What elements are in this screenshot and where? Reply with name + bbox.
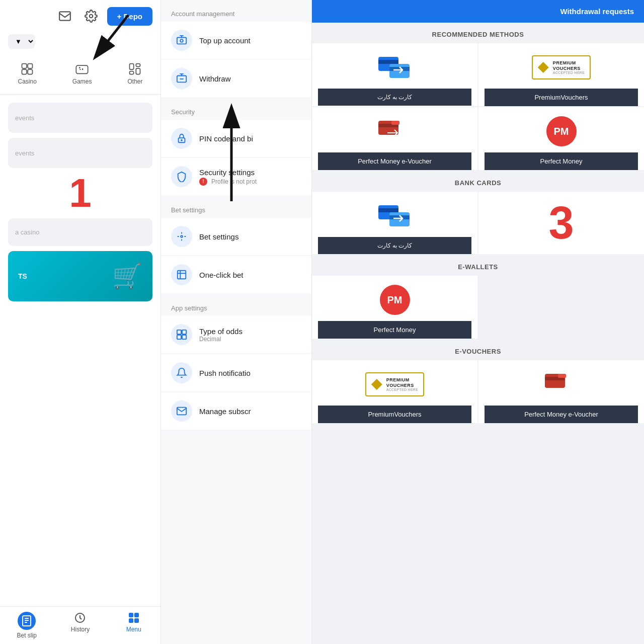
- manage-subscr-icon: [171, 400, 192, 422]
- profile-warning: Profile is not prot: [211, 178, 257, 185]
- history-nav[interactable]: History: [53, 607, 107, 644]
- withdraw-icon: [171, 68, 192, 89]
- perfect-money-ewallet-icon: PM: [380, 285, 410, 315]
- svg-point-7: [79, 67, 80, 68]
- pin-code-item[interactable]: PIN code and bi: [161, 120, 311, 157]
- svg-rect-14: [129, 613, 133, 617]
- bottom-nav: Bet slip History Menu: [0, 606, 160, 644]
- number-1-label: 1: [8, 173, 152, 213]
- svg-point-19: [180, 39, 183, 42]
- middle-panel: Account management Top up account Withdr…: [161, 0, 312, 644]
- language-select[interactable]: ▼: [8, 34, 35, 49]
- other-nav[interactable]: Other: [119, 58, 150, 89]
- gear-icon[interactable]: [81, 6, 101, 26]
- security-section-title: Security: [161, 98, 311, 120]
- event-placeholder-2: events: [8, 138, 152, 168]
- withdraw-item[interactable]: Withdraw: [161, 60, 311, 97]
- type-of-odds-item[interactable]: Type of odds Decimal: [161, 316, 311, 353]
- card-to-card-1[interactable]: کارت به کارت: [312, 43, 477, 106]
- casino-placeholder: a casino: [8, 218, 152, 246]
- bet-settings-icon: [171, 226, 192, 247]
- svg-point-23: [181, 235, 183, 237]
- svg-rect-27: [182, 335, 186, 339]
- manage-subscriptions-item[interactable]: Manage subscr: [161, 392, 311, 430]
- deposit-button[interactable]: + Depo: [107, 7, 152, 26]
- manage-subscr-label: Manage subscr: [199, 407, 251, 416]
- warning-icon: !: [199, 178, 207, 186]
- premium-vouchers-evoucher-icon: PREMIUM VOUCHERS ACCEPTED HERE: [365, 369, 424, 399]
- casino-nav[interactable]: Casino: [10, 58, 44, 89]
- recommended-grid: کارت به کارت PREMIUM VOUCHERS ACCEPTED H…: [312, 43, 644, 170]
- number-3-area: 3: [478, 192, 644, 254]
- evouchers-title: E-VOUCHERS: [312, 340, 644, 360]
- top-up-icon: [171, 30, 192, 51]
- cart-icon: 🛒: [112, 262, 142, 290]
- evoucher-red-icon: [544, 369, 579, 399]
- premium-vouchers-evoucher[interactable]: PREMIUM VOUCHERS ACCEPTED HERE PremiumVo…: [312, 360, 477, 423]
- one-click-bet-item[interactable]: One-click bet: [161, 256, 311, 293]
- event-placeholder-1: events: [8, 103, 152, 133]
- withdrawal-button[interactable]: Withdrawal requests: [312, 0, 644, 23]
- perfect-money-evoucher[interactable]: Perfect Money e-Voucher: [312, 107, 477, 170]
- svg-rect-11: [136, 68, 140, 74]
- bet-slip-label: Bet slip: [17, 632, 36, 639]
- pm-circle-1: PM: [546, 116, 577, 146]
- security-settings-label: Security settings: [199, 168, 257, 177]
- bank-cards-title: BANK CARDS: [312, 171, 644, 192]
- bet-settings-section-title: Bet settings: [161, 196, 311, 218]
- one-click-bet-label: One-click bet: [199, 271, 244, 279]
- menu-nav[interactable]: Menu: [107, 607, 160, 644]
- teal-banner: TS 🛒: [8, 251, 152, 301]
- one-click-bet-icon: [171, 264, 192, 285]
- casino-label: Casino: [18, 78, 36, 85]
- premium-vouchers-evoucher-label: PremiumVouchers: [318, 406, 471, 423]
- premium-vouchers-label: PremiumVouchers: [485, 89, 638, 106]
- history-label: History: [71, 626, 90, 633]
- card-to-card-icon-1: [377, 52, 413, 83]
- type-of-odds-label: Type of odds: [199, 327, 243, 336]
- svg-rect-36: [378, 208, 398, 212]
- mail-icon[interactable]: [55, 6, 75, 26]
- bet-slip-nav[interactable]: Bet slip: [0, 607, 53, 644]
- pin-code-label: PIN code and bi: [199, 134, 253, 143]
- type-of-odds-icon: [171, 324, 192, 345]
- svg-rect-4: [22, 69, 27, 74]
- svg-rect-34: [391, 121, 399, 125]
- games-label: Games: [72, 78, 92, 85]
- premium-vouchers[interactable]: PREMIUM VOUCHERS ACCEPTED HERE PremiumVo…: [478, 43, 644, 106]
- card-to-card-2-label: کارت به کارت: [318, 237, 471, 254]
- perfect-money-ewallet[interactable]: PM Perfect Money: [312, 276, 477, 339]
- top-up-label: Top up account: [199, 36, 251, 45]
- withdraw-label: Withdraw: [199, 74, 231, 83]
- menu-label: Menu: [126, 626, 141, 633]
- dropdown-row: ▼: [0, 32, 160, 53]
- svg-rect-24: [177, 330, 181, 334]
- svg-rect-17: [135, 619, 138, 622]
- security-settings-item[interactable]: Security settings ! Profile is not prot: [161, 158, 311, 195]
- bet-settings-item[interactable]: Bet settings: [161, 218, 311, 255]
- perfect-money-1[interactable]: PM Perfect Money: [478, 107, 644, 170]
- games-nav[interactable]: Games: [64, 58, 100, 89]
- nav-icons: Casino Games Other: [0, 53, 160, 95]
- svg-rect-5: [28, 69, 32, 74]
- push-notifications-item[interactable]: Push notificatio: [161, 354, 311, 391]
- perfect-money-1-icon: PM: [546, 116, 577, 146]
- push-notifications-icon: [171, 362, 192, 383]
- bank-cards-grid: کارت به کارت 3: [312, 192, 644, 254]
- top-up-item[interactable]: Top up account: [161, 22, 311, 59]
- perfect-money-evoucher-icon: [377, 116, 413, 146]
- push-notifications-label: Push notificatio: [199, 369, 251, 377]
- account-section-title: Account management: [161, 0, 311, 22]
- svg-rect-3: [28, 64, 32, 68]
- svg-rect-18: [177, 38, 186, 44]
- evouchers-grid: PREMIUM VOUCHERS ACCEPTED HERE PremiumVo…: [312, 360, 644, 423]
- number-3-label: 3: [548, 197, 574, 249]
- app-settings-section-title: App settings: [161, 294, 311, 316]
- premium-vouchers-icon: PREMIUM VOUCHERS ACCEPTED HERE: [532, 52, 591, 83]
- evoucher-red[interactable]: Perfect Money e-Voucher: [478, 360, 644, 423]
- svg-rect-26: [177, 335, 181, 339]
- pin-code-icon: [171, 128, 192, 149]
- card-to-card-1-label: کارت به کارت: [318, 89, 471, 106]
- evoucher-red-label: Perfect Money e-Voucher: [485, 406, 638, 423]
- card-to-card-2[interactable]: کارت به کارت: [312, 192, 477, 254]
